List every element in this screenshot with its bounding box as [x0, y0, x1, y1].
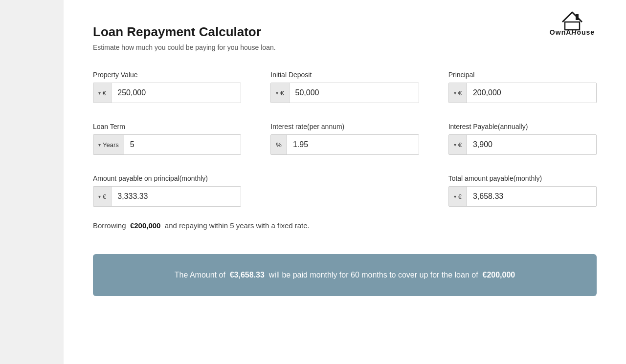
- row-1: Property Value ▾ € Initial Deposit ▾ € P…: [93, 71, 597, 103]
- page-subtitle: Estimate how much you could be paying fo…: [93, 43, 597, 51]
- result-banner: The Amount of €3,658.33 will be paid mon…: [93, 254, 597, 296]
- total-monthly-arrow: ▾: [454, 194, 456, 199]
- interest-payable-label: Interest Payable(annually): [448, 123, 597, 130]
- loan-term-input[interactable]: [124, 135, 241, 154]
- principal-input-wrapper: ▾ €: [448, 83, 597, 103]
- initial-deposit-input[interactable]: [290, 83, 419, 103]
- initial-deposit-input-wrapper: ▾ €: [270, 83, 419, 103]
- total-monthly-prefix[interactable]: ▾ €: [449, 187, 467, 206]
- banner-text-middle: will be paid monthly for 60 months to co…: [269, 271, 478, 279]
- property-value-prefix[interactable]: ▾ €: [93, 83, 112, 103]
- interest-rate-prefix[interactable]: %: [271, 135, 287, 154]
- loan-term-prefix[interactable]: ▾ Years: [93, 135, 124, 154]
- interest-rate-group: Interest rate(per annum) %: [270, 123, 419, 155]
- svg-rect-0: [576, 14, 579, 20]
- loan-term-unit: Years: [103, 141, 119, 149]
- loan-term-group: Loan Term ▾ Years: [93, 123, 241, 155]
- total-monthly-symbol: €: [458, 193, 462, 200]
- principal-group: Principal ▾ €: [448, 71, 597, 103]
- loan-term-label: Loan Term: [93, 123, 241, 130]
- initial-deposit-prefix[interactable]: ▾ €: [271, 83, 289, 103]
- initial-deposit-symbol: €: [280, 89, 284, 97]
- principal-label: Principal: [448, 71, 597, 79]
- interest-payable-prefix[interactable]: ▾ €: [449, 135, 467, 154]
- main-content: OwnAHouse Loan Repayment Calculator Esti…: [64, 0, 626, 364]
- principal-arrow: ▾: [454, 90, 456, 96]
- amount-monthly-input[interactable]: [112, 187, 241, 206]
- summary-text-before: Borrowing: [93, 221, 126, 230]
- interest-rate-symbol: %: [276, 141, 282, 149]
- page-title: Loan Repayment Calculator: [93, 24, 597, 40]
- amount-monthly-arrow: ▾: [98, 194, 101, 199]
- svg-text:OwnAHouse: OwnAHouse: [550, 28, 595, 36]
- initial-deposit-label: Initial Deposit: [270, 71, 419, 79]
- logo: OwnAHouse: [538, 7, 606, 37]
- empty-group: [270, 174, 419, 207]
- property-value-input-wrapper: ▾ €: [93, 83, 241, 103]
- summary-text: Borrowing €200,000 and repaying within 5…: [93, 221, 597, 230]
- sidebar: [0, 0, 64, 364]
- amount-monthly-group: Amount payable on principal(monthly) ▾ €: [93, 174, 241, 207]
- total-monthly-label: Total amount payable(monthly): [448, 174, 597, 182]
- property-value-input[interactable]: [112, 83, 241, 103]
- interest-payable-symbol: €: [458, 141, 462, 149]
- summary-amount: €200,000: [130, 221, 161, 230]
- interest-rate-input-wrapper: %: [270, 134, 419, 155]
- principal-symbol: €: [458, 89, 462, 97]
- interest-rate-label: Interest rate(per annum): [270, 123, 419, 130]
- initial-deposit-group: Initial Deposit ▾ €: [270, 71, 419, 103]
- amount-monthly-input-wrapper: ▾ €: [93, 186, 241, 207]
- row-2: Loan Term ▾ Years Interest rate(per annu…: [93, 123, 597, 155]
- loan-term-input-wrapper: ▾ Years: [93, 134, 241, 155]
- total-monthly-input[interactable]: [467, 187, 596, 206]
- property-value-label: Property Value: [93, 71, 241, 79]
- amount-monthly-prefix[interactable]: ▾ €: [93, 187, 112, 206]
- banner-amount2: €200,000: [482, 271, 515, 279]
- total-monthly-group: Total amount payable(monthly) ▾ €: [448, 174, 597, 207]
- interest-rate-input[interactable]: [287, 135, 419, 154]
- property-value-symbol: €: [103, 89, 106, 97]
- row-3: Amount payable on principal(monthly) ▾ €…: [93, 174, 597, 207]
- interest-payable-group: Interest Payable(annually) ▾ €: [448, 123, 597, 155]
- property-value-group: Property Value ▾ €: [93, 71, 241, 103]
- summary-text-middle: and repaying within 5 years with a fixed…: [165, 221, 310, 230]
- property-value-arrow: ▾: [98, 90, 101, 96]
- principal-prefix[interactable]: ▾ €: [449, 83, 467, 103]
- loan-term-arrow: ▾: [98, 142, 101, 148]
- amount-monthly-symbol: €: [103, 193, 106, 200]
- banner-amount1: €3,658.33: [230, 271, 265, 279]
- total-monthly-input-wrapper: ▾ €: [448, 186, 597, 207]
- banner-text-before: The Amount of: [175, 271, 225, 279]
- initial-deposit-arrow: ▾: [276, 90, 278, 96]
- interest-payable-input-wrapper: ▾ €: [448, 134, 597, 155]
- interest-payable-input[interactable]: [467, 135, 596, 154]
- interest-payable-arrow: ▾: [454, 142, 456, 148]
- amount-monthly-label: Amount payable on principal(monthly): [93, 174, 241, 182]
- principal-input[interactable]: [467, 83, 596, 103]
